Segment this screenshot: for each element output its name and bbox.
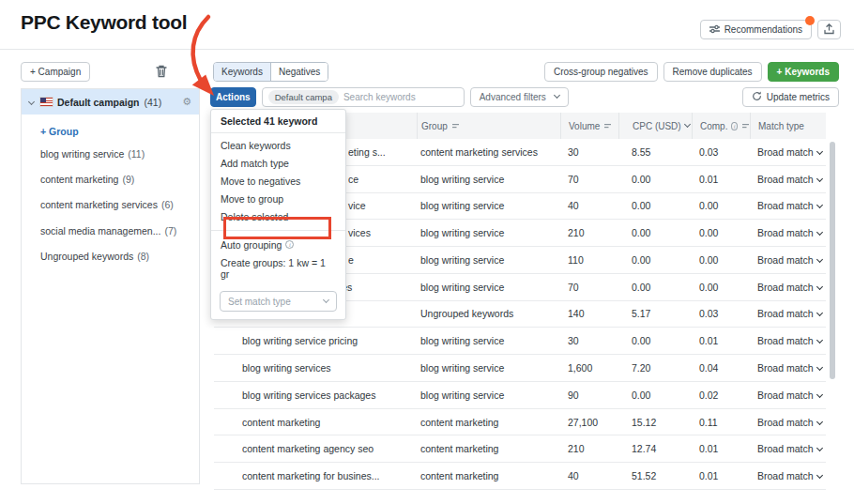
cross-group-negatives-button[interactable]: Cross-group negatives <box>544 62 658 82</box>
sidebar-group-item[interactable]: content marketing (9) <box>22 166 199 191</box>
menu-item[interactable]: Move to group <box>211 190 345 207</box>
chevron-down-icon <box>816 229 822 236</box>
chevron-down-icon <box>684 120 691 127</box>
sidebar-group-item[interactable]: blog writing service (11) <box>22 141 199 166</box>
table-scrollbar[interactable] <box>830 142 835 491</box>
comp-cell: 0.01 <box>692 443 750 454</box>
search-keywords-input[interactable]: Default campa Search keywords <box>262 87 465 107</box>
keyword-cell: blog writing services packages <box>240 389 417 401</box>
chevron-down-icon <box>816 310 822 316</box>
export-button[interactable] <box>817 20 841 39</box>
set-match-type-select[interactable]: Set match type <box>220 291 337 312</box>
comp-cell: 0.00 <box>692 200 750 211</box>
header-comp[interactable]: Comp. i <box>692 113 750 139</box>
set-match-type-placeholder: Set match type <box>228 297 291 307</box>
comp-cell: 0.00 <box>692 227 750 238</box>
header-match-type-label: Match type <box>758 121 804 131</box>
trash-icon[interactable] <box>156 65 167 80</box>
recommendations-button[interactable]: Recommendations <box>700 20 812 39</box>
comp-cell: 0.00 <box>692 254 750 266</box>
table-row: content marketing agency seo content mar… <box>214 435 826 463</box>
refresh-icon <box>752 91 762 103</box>
add-group-button[interactable]: + Group <box>40 126 199 137</box>
menu-item[interactable]: Clean keywords <box>211 136 345 154</box>
remove-duplicates-button[interactable]: Remove duplicates <box>663 62 762 82</box>
chevron-down-icon <box>554 92 560 99</box>
table-row: blog writing service pricing blog writin… <box>214 328 826 355</box>
match-type-dropdown[interactable]: Broad match <box>750 362 826 374</box>
add-campaign-button[interactable]: + Campaign <box>21 62 90 82</box>
group-count: (9) <box>122 174 134 185</box>
cpc-cell: 0.00 <box>618 254 692 266</box>
chevron-down-icon <box>816 418 822 424</box>
group-cell: blog writing service <box>417 227 560 238</box>
volume-cell: 1,600 <box>560 362 618 374</box>
cpc-cell: 5.17 <box>618 308 692 319</box>
comp-cell: 0.03 <box>692 146 750 158</box>
group-count: (6) <box>161 199 174 210</box>
group-cell: Ungrouped keywords <box>417 308 560 319</box>
gear-icon[interactable]: ⚙ <box>182 97 191 107</box>
group-cell: content marketing services <box>417 146 560 158</box>
chevron-down-icon <box>816 445 822 451</box>
cpc-cell: 0.00 <box>618 174 692 185</box>
update-metrics-button[interactable]: Update metrics <box>742 87 839 107</box>
volume-cell: 40 <box>560 470 618 481</box>
group-count: (7) <box>164 225 176 237</box>
menu-item-auto-grouping[interactable]: Auto grouping i <box>211 236 345 253</box>
menu-item-create-groups[interactable]: Create groups: 1 kw = 1 gr <box>211 253 345 283</box>
sidebar-group-item[interactable]: Ungrouped keywords (8) <box>22 244 199 269</box>
add-keywords-button[interactable]: + Keywords <box>768 62 839 82</box>
table-row: content marketing for busines... content… <box>214 463 826 490</box>
auto-grouping-label: Auto grouping <box>221 239 282 251</box>
chevron-down-icon <box>323 296 329 302</box>
menu-item[interactable]: Delete selected <box>211 207 345 225</box>
match-type-dropdown[interactable]: Broad match <box>750 146 826 158</box>
header-volume[interactable]: Volume <box>560 113 618 139</box>
match-type-dropdown[interactable]: Broad match <box>750 417 826 428</box>
tab-negatives[interactable]: Negatives <box>271 63 328 81</box>
match-type-dropdown[interactable]: Broad match <box>750 282 826 293</box>
comp-cell: 0.04 <box>692 362 750 374</box>
match-type-dropdown[interactable]: Broad match <box>750 174 826 185</box>
match-type-dropdown[interactable]: Broad match <box>750 443 826 454</box>
us-flag-icon <box>40 98 53 106</box>
header-group[interactable]: Group <box>417 113 560 139</box>
match-type-dropdown[interactable]: Broad match <box>750 335 826 346</box>
match-type-dropdown[interactable]: Broad match <box>750 254 826 266</box>
campaign-filter-chip[interactable]: Default campa <box>268 90 339 104</box>
sidebar-group-item[interactable]: social media managemen... (7) <box>22 218 199 243</box>
match-type-dropdown[interactable]: Broad match <box>750 227 826 238</box>
match-type-dropdown[interactable]: Broad match <box>750 470 826 481</box>
chevron-down-icon <box>816 176 822 182</box>
volume-cell: 30 <box>560 146 618 158</box>
table-row: content marketing content marketing 27,1… <box>214 409 826 436</box>
campaign-sidebar: Default campaign (41) ⚙ + Group blog wri… <box>21 88 200 484</box>
header-cpc[interactable]: CPC (USD) <box>618 113 692 139</box>
sidebar-group-item[interactable]: content marketing services (6) <box>22 192 199 218</box>
info-icon: i <box>285 240 294 249</box>
match-type-dropdown[interactable]: Broad match <box>750 200 826 211</box>
campaign-name: Default campaign <box>57 97 140 108</box>
match-type-dropdown[interactable]: Broad match <box>750 389 826 401</box>
header-volume-label: Volume <box>569 121 600 131</box>
match-type-dropdown[interactable]: Broad match <box>750 308 826 319</box>
page-title: PPC Keyword tool <box>21 11 187 34</box>
menu-item[interactable]: Move to negatives <box>211 172 345 190</box>
chevron-down-icon <box>816 472 822 479</box>
chevron-down-icon <box>816 391 822 398</box>
menu-item[interactable]: Add match type <box>211 154 345 172</box>
notification-dot <box>805 16 815 25</box>
actions-button[interactable]: Actions <box>210 87 256 107</box>
campaign-row[interactable]: Default campaign (41) ⚙ <box>22 89 199 115</box>
cpc-cell: 0.00 <box>618 335 692 346</box>
advanced-filters-button[interactable]: Advanced filters <box>470 87 569 107</box>
scrollbar-thumb[interactable] <box>830 142 835 379</box>
tab-keywords[interactable]: Keywords <box>214 63 271 81</box>
info-icon: i <box>731 122 738 130</box>
cpc-cell: 0.00 <box>618 389 692 401</box>
header-cpc-label: CPC (USD) <box>633 121 681 131</box>
table-row: blog writing services packages blog writ… <box>214 382 826 409</box>
group-name: social media managemen... <box>40 225 160 237</box>
volume-cell: 70 <box>560 282 618 293</box>
